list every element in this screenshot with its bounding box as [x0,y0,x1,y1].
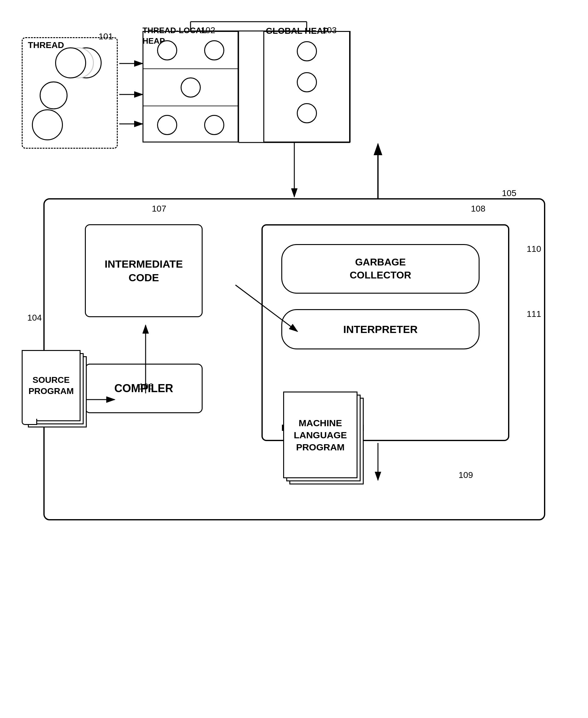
machine-language-label: MACHINELANGUAGEPROGRAM [294,417,347,453]
source-page-stack: SOURCEPROGRAM [22,350,84,424]
tlh-circle-2 [204,40,224,60]
intermediate-code-label: INTERMEDIATECODE [105,257,183,284]
gh-circle-1 [297,41,317,61]
source-page-fold [22,419,37,425]
thread-circle-2 [40,82,67,109]
compiler-box: COMPILER [85,364,203,413]
interpreter-box: INTERPRETER [281,309,480,350]
gh-box [263,31,350,143]
mlp-page-1: MACHINELANGUAGEPROGRAM [283,392,358,478]
ref-105: 105 [502,188,517,198]
garbage-collector-label: GARBAGECOLLECTOR [350,256,412,281]
gh-circle-2 [297,72,317,92]
source-program-box: SOURCEPROGRAM [22,350,90,437]
machine-language-box: MACHINELANGUAGEPROGRAM [283,392,370,497]
thread-box [22,37,118,149]
gh-circle-3 [297,103,317,123]
source-program-label: SOURCEPROGRAM [28,375,74,397]
thread-circle-1c [55,47,86,78]
ref-104: 104 [27,313,42,323]
interpreter-label: INTERPRETER [343,322,418,336]
tlh-circle-3 [181,78,201,98]
compiler-label: COMPILER [114,381,173,396]
tlh-circle-1 [157,40,177,60]
intermediate-code-box: INTERMEDIATECODE [85,224,203,317]
diagram-container: 101 102 103 104 105 106 107 108 109 110 … [13,13,576,713]
tlh-box [143,31,238,143]
garbage-collector-box: GARBAGECOLLECTOR [281,244,480,294]
source-page-1: SOURCEPROGRAM [22,350,81,421]
thread-circle-3 [32,109,63,140]
main-container-105: INTERMEDIATECODE COMPILER GARBAGECOLLECT… [43,198,545,520]
tlh-circle-5 [204,115,224,135]
tlh-circle-4 [157,115,177,135]
